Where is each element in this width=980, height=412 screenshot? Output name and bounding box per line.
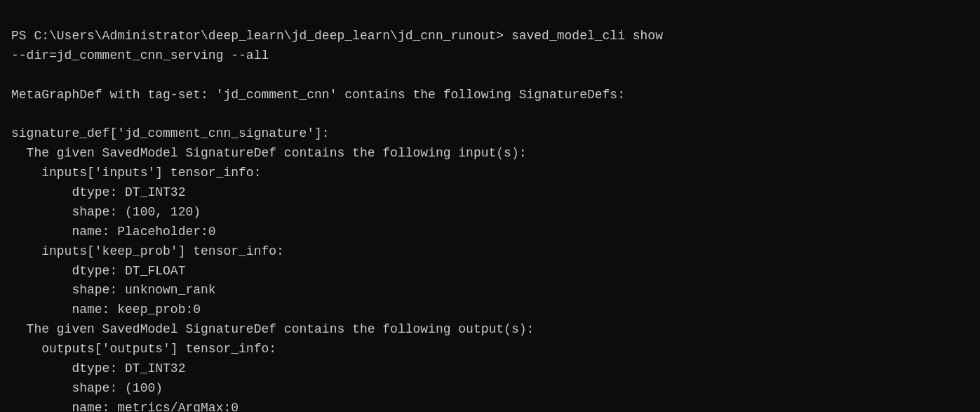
terminal-line: signature_def['jd_comment_cnn_signature'…: [11, 124, 969, 144]
terminal-line: [11, 66, 969, 86]
terminal-line: inputs['inputs'] tensor_info:: [11, 164, 969, 183]
terminal-line: shape: unknown_rank: [11, 281, 969, 300]
terminal-line: name: Placeholder:0: [11, 222, 969, 242]
terminal-line: The given SavedModel SignatureDef contai…: [11, 144, 969, 164]
terminal-line: dtype: DT_FLOAT: [11, 262, 969, 281]
terminal-line: inputs['keep_prob'] tensor_info:: [11, 242, 969, 262]
terminal-line: [11, 105, 969, 124]
terminal-line: shape: (100): [11, 379, 969, 399]
terminal-line: PS C:\Users\Administrator\deep_learn\jd_…: [11, 27, 969, 46]
terminal-line: --dir=jd_comment_cnn_serving --all: [11, 46, 969, 66]
terminal-line: MetaGraphDef with tag-set: 'jd_comment_c…: [11, 86, 969, 105]
terminal-line: name: metrics/ArgMax:0: [11, 399, 969, 412]
terminal-line: shape: (100, 120): [11, 203, 969, 222]
terminal-line: dtype: DT_INT32: [11, 359, 969, 379]
terminal-line: name: keep_prob:0: [11, 300, 969, 320]
terminal-line: The given SavedModel SignatureDef contai…: [11, 320, 969, 340]
terminal-line: outputs['outputs'] tensor_info:: [11, 340, 969, 359]
terminal-window: PS C:\Users\Administrator\deep_learn\jd_…: [11, 7, 969, 412]
terminal-line: dtype: DT_INT32: [11, 183, 969, 203]
